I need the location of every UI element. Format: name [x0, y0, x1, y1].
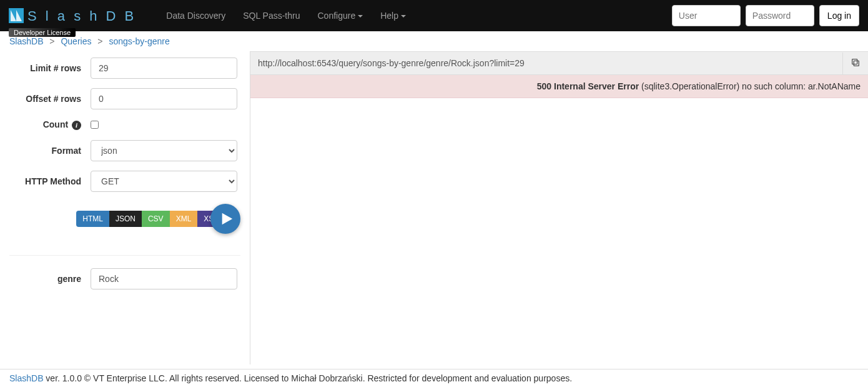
- format-group-row: HTML JSON CSV XML XSD: [9, 201, 240, 236]
- error-title: 500 Internal Server Error: [537, 81, 639, 91]
- fmt-html-button[interactable]: HTML: [76, 211, 109, 227]
- sidebar: Limit # rows Offset # rows Count i Forma…: [0, 51, 250, 364]
- footer-text: ver. 1.0.0 © VT Enterprise LLC. All righ…: [43, 373, 572, 383]
- error-detail: (sqlite3.OperationalError) no such colum…: [639, 81, 861, 91]
- format-select[interactable]: json: [91, 140, 237, 161]
- nav-configure-label: Configure: [318, 11, 356, 21]
- play-icon: [220, 212, 234, 226]
- genre-label: genre: [9, 274, 91, 284]
- breadcrumb-current[interactable]: songs-by-genre: [109, 36, 169, 46]
- brand-logo-icon: [9, 8, 24, 23]
- http-method-label: HTTP Method: [9, 176, 91, 186]
- divider: [9, 255, 240, 256]
- layout: Limit # rows Offset # rows Count i Forma…: [0, 51, 868, 364]
- breadcrumb-queries[interactable]: Queries: [61, 36, 91, 46]
- error-bar: 500 Internal Server Error (sqlite3.Opera…: [250, 75, 868, 98]
- brand-text: S l a s h D B: [27, 8, 136, 24]
- content: http://localhost:6543/query/songs-by-gen…: [250, 51, 868, 364]
- svg-rect-2: [852, 59, 857, 64]
- chevron-down-icon: [358, 15, 363, 18]
- count-checkbox[interactable]: [91, 121, 99, 129]
- nav-configure[interactable]: Configure: [309, 1, 372, 30]
- fmt-csv-button[interactable]: CSV: [142, 211, 170, 227]
- navbar: S l a s h D B Developer License Data Dis…: [0, 0, 868, 31]
- breadcrumb: SlashDB > Queries > songs-by-genre: [0, 31, 868, 51]
- row-genre: genre: [9, 268, 240, 289]
- limit-input[interactable]: [91, 58, 237, 79]
- format-label: Format: [9, 146, 91, 156]
- fmt-xml-button[interactable]: XML: [170, 211, 198, 227]
- execute-button[interactable]: [210, 204, 240, 234]
- footer: SlashDB ver. 1.0.0 © VT Enterprise LLC. …: [0, 369, 868, 387]
- row-format: Format json: [9, 140, 240, 161]
- nav-data-discovery[interactable]: Data Discovery: [157, 1, 234, 30]
- nav-help[interactable]: Help: [372, 1, 415, 30]
- row-http-method: HTTP Method GET: [9, 171, 240, 192]
- genre-input[interactable]: [91, 268, 237, 289]
- brand[interactable]: S l a s h D B Developer License: [0, 7, 145, 24]
- chevron-down-icon: [401, 15, 406, 18]
- nav-right: Log in: [672, 5, 868, 26]
- limit-label: Limit # rows: [9, 63, 91, 73]
- info-icon[interactable]: i: [72, 121, 81, 130]
- format-group: HTML JSON CSV XML XSD: [76, 211, 225, 227]
- fmt-json-button[interactable]: JSON: [109, 211, 142, 227]
- user-input[interactable]: [672, 5, 741, 26]
- row-limit: Limit # rows: [9, 58, 240, 79]
- copy-icon: [851, 58, 861, 68]
- http-method-select[interactable]: GET: [91, 171, 237, 192]
- password-input[interactable]: [746, 5, 814, 26]
- row-offset: Offset # rows: [9, 88, 240, 109]
- footer-brand-link[interactable]: SlashDB: [9, 373, 43, 383]
- url-bar: http://localhost:6543/query/songs-by-gen…: [250, 52, 868, 75]
- copy-button[interactable]: [842, 53, 868, 74]
- count-label-text: Count: [43, 119, 68, 129]
- offset-label: Offset # rows: [9, 94, 91, 104]
- breadcrumb-sep: >: [94, 36, 106, 46]
- login-button[interactable]: Log in: [819, 5, 859, 26]
- nav-sql-passthru[interactable]: SQL Pass-thru: [234, 1, 308, 30]
- offset-input[interactable]: [91, 88, 237, 109]
- count-label: Count i: [9, 119, 91, 130]
- license-badge: Developer License: [9, 28, 76, 37]
- url-text: http://localhost:6543/query/songs-by-gen…: [250, 52, 842, 74]
- svg-rect-1: [854, 61, 859, 66]
- nav-help-label: Help: [380, 11, 398, 21]
- breadcrumb-sep: >: [46, 36, 58, 46]
- breadcrumb-root[interactable]: SlashDB: [9, 36, 43, 46]
- row-count: Count i: [9, 119, 240, 131]
- nav-links: Data Discovery SQL Pass-thru Configure H…: [157, 1, 415, 30]
